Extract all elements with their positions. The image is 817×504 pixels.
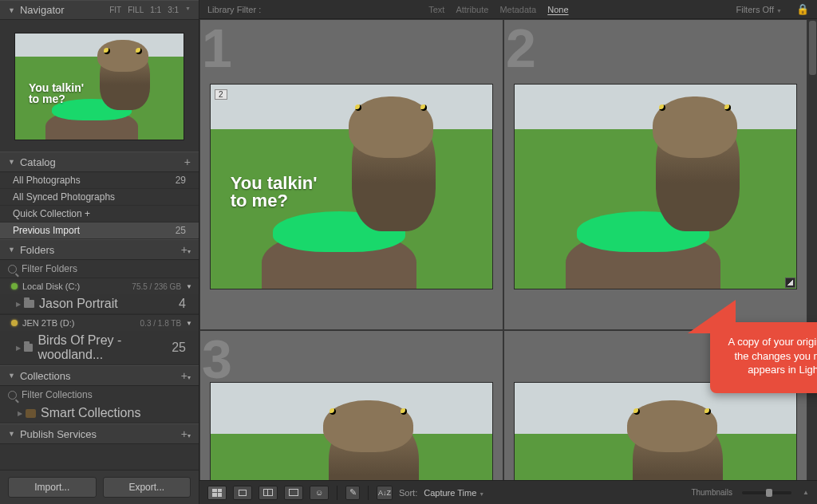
chevron-down-icon: ▼	[479, 491, 484, 497]
cell-index: 1	[202, 19, 229, 79]
disclosure-triangle-icon: ▼	[8, 6, 15, 14]
navigator-zoom-controls: FIT FILL 1:1 3:1 ▼	[109, 6, 191, 14]
chevron-down-icon: ▼	[776, 8, 782, 14]
grid-view-button[interactable]	[207, 486, 227, 500]
annotation-callout: A copy of your original file with the ch…	[710, 322, 817, 393]
left-sidebar: ▼ Navigator FIT FILL 1:1 3:1 ▼ You talki…	[0, 0, 199, 504]
thumbnail-size-slider[interactable]	[742, 491, 791, 494]
chevron-down-icon[interactable]: ▼	[186, 283, 192, 290]
filter-tab-none[interactable]: None	[547, 5, 568, 14]
sort-direction-button[interactable]: A↓Z	[377, 486, 393, 500]
catalog-item-all-photos[interactable]: All Photographs 29	[0, 172, 199, 189]
navigator-title: Navigator	[20, 4, 65, 16]
sort-label: Sort:	[399, 488, 417, 498]
filter-tab-metadata[interactable]: Metadata	[499, 5, 536, 14]
catalog-add-icon[interactable]: +	[184, 156, 191, 168]
cell-index: 3	[202, 328, 229, 390]
compare-view-button[interactable]	[259, 486, 278, 500]
zoom-dropdown-icon[interactable]: ▼	[185, 6, 191, 14]
catalog-item-previous-import[interactable]: Previous Import 25	[0, 222, 199, 239]
catalog-list: All Photographs 29 All Synced Photograph…	[0, 172, 199, 239]
chevron-down-icon[interactable]: ▼	[186, 320, 192, 327]
publish-title: Publish Services	[20, 428, 97, 440]
library-filter-label: Library Filter :	[207, 5, 261, 14]
filter-collections-placeholder: Filter Collections	[22, 389, 93, 400]
smart-collection-icon	[26, 409, 36, 418]
drive-status-led-icon	[11, 320, 18, 326]
filter-folders-row[interactable]: Filter Folders	[0, 260, 199, 278]
thumb-overlay-text: You talkin'to me?	[231, 175, 318, 210]
painter-tool-button[interactable]: ✎	[345, 486, 360, 500]
expand-triangle-icon[interactable]: ▶	[16, 345, 21, 352]
slider-knob[interactable]	[766, 489, 772, 497]
navigator-preview[interactable]: You talkin'to me?	[0, 20, 199, 152]
folders-add-icon[interactable]: +▾	[181, 243, 191, 256]
main-area: Library Filter : Text Attribute Metadata…	[199, 0, 817, 504]
grid-view: 1 2 You talkin'to me? 2	[199, 19, 817, 480]
thumbnail-image	[210, 382, 493, 480]
loupe-view-button[interactable]	[233, 486, 252, 500]
publish-add-icon[interactable]: +▾	[181, 427, 191, 440]
navigator-thumbnail: You talkin'to me?	[14, 33, 184, 140]
zoom-3-1[interactable]: 3:1	[168, 6, 179, 14]
navigator-header[interactable]: ▼ Navigator FIT FILL 1:1 3:1 ▼	[0, 0, 199, 20]
library-filter-bar: Library Filter : Text Attribute Metadata…	[199, 0, 817, 19]
collections-title: Collections	[20, 370, 71, 382]
filter-collections-row[interactable]: Filter Collections	[0, 386, 199, 404]
disclosure-triangle-icon: ▼	[8, 246, 15, 254]
folder-birds-of-prey[interactable]: ▶ Birds Of Prey - woodland... 25	[0, 331, 199, 365]
navigator-thumb-caption: You talkin'to me?	[29, 82, 84, 104]
publish-services-header[interactable]: ▼ Publish Services +▾	[0, 423, 199, 444]
toolbar-expand-icon[interactable]: ▲	[803, 489, 809, 496]
grid-scrollbar[interactable]	[807, 19, 817, 480]
smart-collections-row[interactable]: ▶ Smart Collections	[0, 404, 199, 423]
export-button[interactable]: Export...	[103, 477, 191, 498]
search-icon	[8, 391, 17, 400]
app-root: ▼ Navigator FIT FILL 1:1 3:1 ▼ You talki…	[0, 0, 817, 504]
zoom-1-1[interactable]: 1:1	[150, 6, 161, 14]
filter-tab-text[interactable]: Text	[428, 5, 444, 14]
stack-count-badge: 2	[215, 89, 227, 100]
filter-folders-placeholder: Filter Folders	[22, 263, 77, 274]
sidebar-bottom-buttons: Import... Export...	[0, 470, 199, 504]
zoom-fill[interactable]: FILL	[128, 6, 144, 14]
filter-tab-attribute[interactable]: Attribute	[456, 5, 488, 14]
scrollbar-thumb[interactable]	[809, 21, 816, 75]
sort-value[interactable]: Capture Time ▼	[424, 488, 484, 498]
drive-jen-2tb[interactable]: JEN 2TB (D:) 0.3 / 1.8 TB ▼	[0, 314, 199, 331]
folder-jason-portrait[interactable]: ▶ Jason Portrait 4	[0, 294, 199, 314]
folders-title: Folders	[20, 244, 54, 256]
collections-header[interactable]: ▼ Collections +▾	[0, 365, 199, 386]
cell-index: 2	[506, 19, 533, 79]
disclosure-triangle-icon: ▼	[8, 372, 15, 380]
zoom-fit[interactable]: FIT	[109, 6, 121, 14]
thumbnail-image	[514, 84, 797, 289]
grid-cell-2[interactable]: 2	[503, 19, 807, 330]
import-button[interactable]: Import...	[8, 477, 97, 498]
collections-add-icon[interactable]: +▾	[181, 369, 191, 382]
catalog-item-synced[interactable]: All Synced Photographs	[0, 189, 199, 206]
catalog-item-quick-collection[interactable]: Quick Collection +	[0, 206, 199, 222]
survey-view-button[interactable]	[284, 486, 303, 500]
search-icon	[8, 265, 17, 274]
thumbnail-image: You talkin'to me?	[210, 84, 493, 289]
grid-cell-1[interactable]: 1 2 You talkin'to me?	[199, 19, 503, 330]
filters-off-dropdown[interactable]: Filters Off ▼	[736, 5, 782, 14]
bottom-toolbar: ☺ ✎ A↓Z Sort: Capture Time ▼ Thumbnails …	[199, 480, 817, 504]
disclosure-triangle-icon: ▼	[8, 430, 15, 438]
catalog-header[interactable]: ▼ Catalog +	[0, 152, 199, 172]
drive-status-led-icon	[11, 283, 18, 289]
thumbnail-image	[514, 382, 797, 480]
exposure-badge-icon	[785, 278, 795, 288]
people-view-button[interactable]: ☺	[310, 486, 329, 500]
catalog-title: Catalog	[20, 156, 56, 168]
disclosure-triangle-icon: ▼	[8, 158, 15, 166]
expand-triangle-icon[interactable]: ▶	[18, 410, 22, 417]
folder-icon	[24, 300, 34, 308]
grid-cell-3[interactable]: 3 ⇄	[199, 330, 503, 480]
drive-local-c[interactable]: Local Disk (C:) 75.5 / 236 GB ▼	[0, 278, 199, 294]
folders-header[interactable]: ▼ Folders +▾	[0, 239, 199, 260]
expand-triangle-icon[interactable]: ▶	[16, 301, 21, 308]
lock-icon[interactable]: 🔒	[796, 3, 809, 15]
thumbnails-label: Thumbnails	[691, 488, 732, 497]
